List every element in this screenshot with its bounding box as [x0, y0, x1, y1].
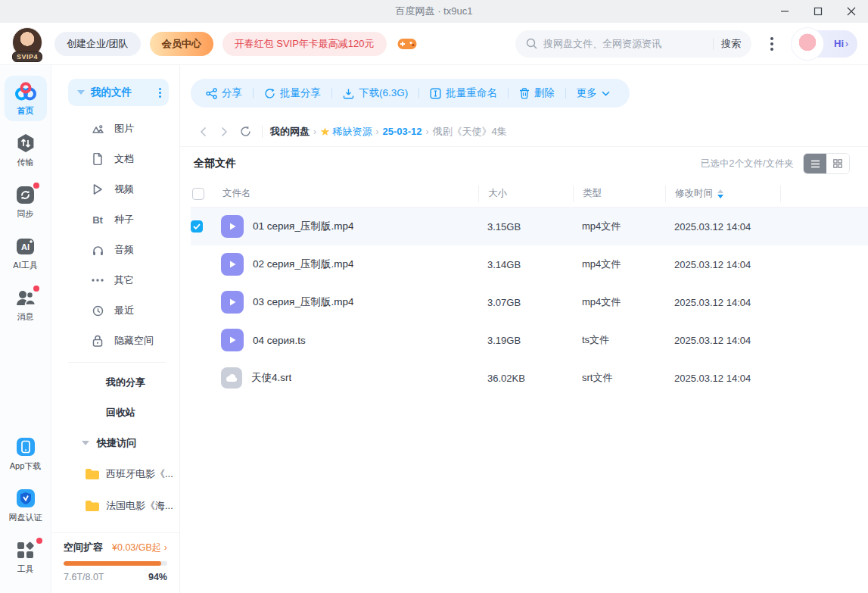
forward-button[interactable]: [215, 123, 233, 141]
sidebar: 我的文件 图片 文档 视频 Bt 种子 音频: [51, 65, 180, 593]
batch-rename-icon: [430, 88, 441, 99]
rail-item-ai-tools[interactable]: AI AI工具: [5, 230, 47, 276]
subtitle-file-icon: [221, 367, 242, 389]
game-center-icon[interactable]: [396, 33, 418, 55]
main-content: 分享 批量分享 下载(6.3G) 批量重命名: [180, 65, 868, 593]
breadcrumb-rare-resources[interactable]: 稀缺资源: [332, 125, 372, 139]
user-avatar[interactable]: SVIP4: [11, 27, 44, 61]
section-title: 全部文件: [194, 157, 236, 170]
storage-expand-label: 空间扩容: [64, 541, 103, 554]
storage-upgrade-link[interactable]: ¥0.03/GB起 ›: [112, 542, 167, 554]
assistant-entry[interactable]: Hi ›: [792, 30, 857, 58]
select-all-checkbox[interactable]: [192, 188, 204, 200]
topbar-right: 搜索 Hi ›: [515, 30, 857, 58]
minimize-button[interactable]: [768, 0, 801, 23]
table-row[interactable]: 02 серия_压制版.mp4 3.14GB mp4文件 2025.03.12…: [191, 245, 868, 283]
batch-share-icon: [264, 88, 275, 99]
sidebar-item-documents[interactable]: 文档: [51, 144, 179, 174]
assistant-avatar: [791, 27, 824, 61]
table-row[interactable]: 01 серия_压制版.mp4 3.15GB mp4文件 2025.03.12…: [191, 208, 868, 245]
search-input[interactable]: [543, 38, 705, 49]
list-view-icon: [810, 160, 820, 168]
sidebar-item-quick-access[interactable]: 快捷访问: [51, 428, 179, 458]
close-button[interactable]: [835, 0, 868, 23]
topbar: SVIP4 创建企业/团队 会员中心 开春红包 SVIP年卡最高减120元 搜索…: [0, 23, 868, 65]
sidebar-item-my-share[interactable]: 我的分享: [51, 367, 179, 398]
sidebar-item-videos[interactable]: 视频: [51, 174, 179, 204]
rail-item-netdisk-verify[interactable]: 网盘认证: [5, 482, 47, 528]
table-row[interactable]: 03 серия_压制版.mp4 3.07GB mp4文件 2025.03.12…: [191, 283, 868, 321]
sidebar-item-recycle-bin[interactable]: 回收站: [51, 398, 179, 428]
svip-badge: SVIP4: [12, 51, 42, 62]
netdisk-logo-icon: [15, 81, 36, 102]
lock-icon: [91, 335, 104, 347]
sync-badge: [33, 183, 39, 189]
file-table: 文件名 大小 类型 修改时间 01 серия_压制版.mp4: [180, 180, 868, 593]
breadcrumb-current-folder: 俄剧《天使》4集: [433, 125, 507, 139]
search-separator: [713, 38, 714, 50]
sidebar-item-my-files[interactable]: 我的文件: [68, 79, 169, 106]
breadcrumb: 我的网盘 › ★ 稀缺资源 › 25-03-12 › 俄剧《天使》4集: [270, 125, 507, 139]
rail-item-transfer[interactable]: 传输: [5, 127, 47, 173]
table-row[interactable]: 天使4.srt 36.02KB srt文件 2025.03.12 14:04: [191, 359, 868, 397]
more-actions-button[interactable]: 更多: [577, 86, 614, 100]
search-box[interactable]: 搜索: [515, 30, 751, 58]
column-time[interactable]: 修改时间: [665, 186, 780, 202]
messages-icon: [15, 287, 36, 308]
quick-folder-french-movie[interactable]: 法国电影《海...: [51, 490, 179, 522]
chevron-right-icon: ›: [845, 39, 848, 49]
rail-item-tools[interactable]: 工具: [5, 534, 47, 579]
sidebar-item-others[interactable]: 其它: [51, 265, 179, 295]
column-name[interactable]: 文件名: [221, 186, 478, 202]
app-download-icon: [15, 436, 36, 457]
member-center-button[interactable]: 会员中心: [150, 32, 213, 56]
sidebar-item-images[interactable]: 图片: [51, 114, 179, 144]
batch-share-button[interactable]: 批量分享: [264, 86, 321, 100]
create-team-button[interactable]: 创建企业/团队: [54, 32, 141, 56]
row-checkbox-checked[interactable]: [191, 220, 203, 233]
sidebar-item-recent[interactable]: 最近: [51, 295, 179, 326]
delete-button[interactable]: 删除: [519, 86, 555, 100]
table-row[interactable]: 04 серия.ts 3.19GB ts文件 2025.03.12 14:04: [191, 321, 868, 359]
maximize-button[interactable]: [801, 0, 835, 23]
rail-item-sync[interactable]: 同步: [5, 179, 47, 224]
video-file-icon: [221, 215, 244, 238]
promo-banner[interactable]: 开春红包 SVIP年卡最高减120元: [222, 32, 387, 56]
column-size[interactable]: 大小: [478, 186, 573, 202]
sidebar-item-hidden-space[interactable]: 隐藏空间: [51, 326, 179, 356]
quick-folder-spanish-movie[interactable]: 西班牙电影《...: [51, 458, 179, 490]
share-button[interactable]: 分享: [206, 86, 242, 100]
netdisk-verify-icon: [15, 488, 36, 509]
folder-icon: [85, 468, 100, 480]
section-row: 全部文件 已选中2个文件/文件夹: [180, 147, 868, 180]
recent-icon: [91, 305, 104, 317]
tools-icon: [15, 539, 36, 560]
sidebar-item-torrents[interactable]: Bt 种子: [51, 204, 179, 235]
rail-item-home[interactable]: 首页: [5, 76, 47, 121]
column-type[interactable]: 类型: [573, 186, 665, 202]
sidebar-item-audio[interactable]: 音频: [51, 235, 179, 265]
storage-panel: 空间扩容 ¥0.03/GB起 › 7.6T/8.0T 94%: [51, 532, 179, 593]
download-button[interactable]: 下载(6.3G): [343, 86, 408, 100]
batch-rename-button[interactable]: 批量重命名: [430, 86, 497, 100]
my-files-menu-icon[interactable]: [159, 88, 161, 98]
video-file-icon: [221, 291, 244, 314]
rail-item-app-download[interactable]: App下载: [5, 431, 47, 476]
list-view-button[interactable]: [804, 154, 826, 173]
image-icon: [91, 123, 104, 135]
breadcrumb-my-drive[interactable]: 我的网盘: [270, 125, 310, 139]
video-icon: [91, 183, 104, 195]
sort-icon[interactable]: [717, 189, 723, 198]
grid-view-button[interactable]: [826, 154, 849, 173]
search-button[interactable]: 搜索: [721, 37, 741, 51]
titlebar: 百度网盘 · tx9uc1: [0, 0, 868, 23]
rail-item-messages[interactable]: 消息: [5, 282, 47, 327]
back-button[interactable]: [194, 123, 212, 141]
folder-icon: [85, 500, 100, 512]
storage-progress-bar: [64, 561, 167, 566]
more-menu-icon[interactable]: [759, 31, 785, 57]
video-file-icon: [221, 253, 244, 276]
refresh-button[interactable]: [236, 123, 254, 141]
svg-text:AI: AI: [21, 242, 30, 251]
breadcrumb-date-folder[interactable]: 25-03-12: [382, 126, 422, 137]
